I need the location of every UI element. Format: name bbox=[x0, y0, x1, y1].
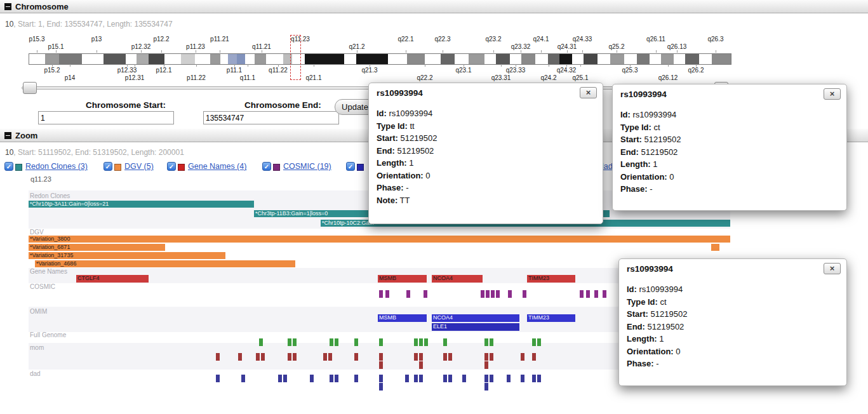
track-feature[interactable] bbox=[521, 353, 524, 361]
track-feature[interactable]: NCOA4 bbox=[432, 275, 483, 283]
track-feature[interactable] bbox=[419, 361, 423, 369]
track-feature[interactable] bbox=[532, 375, 536, 382]
track-feature[interactable] bbox=[419, 353, 423, 361]
track-feature[interactable] bbox=[293, 353, 297, 361]
track-feature[interactable]: ELE1 bbox=[432, 323, 519, 331]
track-checkbox[interactable]: ✓ bbox=[262, 162, 271, 171]
track-feature[interactable] bbox=[484, 338, 488, 346]
track-feature[interactable]: *Variation_6871 bbox=[29, 244, 165, 251]
track-feature[interactable] bbox=[448, 353, 452, 361]
track-feature[interactable]: CTGLF4 bbox=[76, 275, 149, 283]
track-checkbox[interactable]: ✓ bbox=[167, 162, 176, 171]
track-feature[interactable] bbox=[537, 338, 541, 346]
track-feature[interactable]: MSMB bbox=[378, 314, 427, 322]
chromosome-ideogram[interactable] bbox=[29, 53, 731, 65]
track-feature[interactable] bbox=[448, 375, 452, 382]
chromosome-panel-header[interactable]: Chromosome bbox=[0, 0, 868, 13]
track-feature[interactable] bbox=[508, 290, 512, 298]
track-feature[interactable] bbox=[586, 290, 590, 298]
track-feature[interactable] bbox=[216, 353, 220, 361]
track-feature[interactable] bbox=[414, 375, 418, 382]
track-link[interactable]: Gene Names (4) bbox=[188, 162, 246, 171]
track-feature[interactable] bbox=[379, 361, 383, 369]
track-feature[interactable] bbox=[496, 290, 500, 298]
partial-track-link[interactable]: lad bbox=[602, 162, 613, 171]
track-feature[interactable] bbox=[335, 338, 338, 346]
track-feature[interactable] bbox=[443, 353, 447, 361]
track-checkbox[interactable]: ✓ bbox=[346, 162, 355, 171]
track-feature[interactable] bbox=[414, 353, 418, 361]
track-feature[interactable] bbox=[379, 338, 383, 346]
track-feature[interactable] bbox=[486, 290, 490, 298]
track-feature[interactable] bbox=[241, 375, 245, 382]
close-button[interactable]: × bbox=[824, 88, 841, 100]
track-feature[interactable] bbox=[419, 375, 423, 382]
track-feature[interactable] bbox=[532, 353, 536, 361]
track-feature[interactable] bbox=[335, 375, 338, 382]
chromosome-end-input[interactable] bbox=[203, 111, 339, 124]
track-feature[interactable] bbox=[238, 353, 242, 361]
track-feature[interactable] bbox=[354, 338, 358, 346]
close-button[interactable]: × bbox=[580, 87, 597, 98]
track-feature[interactable] bbox=[490, 353, 493, 361]
track-feature[interactable] bbox=[491, 290, 495, 298]
track-feature[interactable] bbox=[521, 375, 524, 382]
track-feature[interactable] bbox=[484, 353, 488, 361]
slider-handle-left[interactable] bbox=[23, 82, 37, 94]
track-feature[interactable] bbox=[580, 290, 584, 298]
track-feature[interactable] bbox=[523, 290, 526, 298]
track-checkbox[interactable]: ✓ bbox=[103, 162, 112, 171]
track-feature[interactable]: MSMB bbox=[378, 275, 427, 283]
track-feature[interactable] bbox=[379, 353, 383, 361]
track-link[interactable]: COSMIC (19) bbox=[283, 162, 331, 171]
track-feature[interactable]: TIMM23 bbox=[527, 314, 575, 322]
track-feature[interactable]: *Variation_31735 bbox=[29, 252, 225, 259]
track-feature[interactable] bbox=[216, 375, 220, 382]
track-feature[interactable] bbox=[323, 353, 327, 361]
track-feature[interactable] bbox=[288, 338, 291, 346]
chromosome-start-input[interactable] bbox=[38, 111, 174, 124]
track-feature[interactable] bbox=[330, 338, 333, 346]
track-feature[interactable] bbox=[443, 338, 447, 346]
track-feature[interactable] bbox=[711, 244, 719, 251]
track-feature[interactable] bbox=[594, 290, 598, 298]
track-feature[interactable] bbox=[484, 375, 488, 382]
track-feature[interactable] bbox=[603, 290, 606, 298]
track-feature[interactable] bbox=[310, 375, 314, 382]
track-feature[interactable] bbox=[283, 375, 287, 382]
track-feature[interactable] bbox=[379, 290, 383, 298]
track-checkbox[interactable]: ✓ bbox=[4, 162, 13, 171]
track-feature[interactable] bbox=[481, 290, 484, 298]
track-feature[interactable] bbox=[414, 338, 418, 346]
track-feature[interactable] bbox=[490, 375, 493, 382]
track-feature[interactable] bbox=[261, 353, 265, 361]
track-feature[interactable] bbox=[537, 375, 541, 382]
track-feature[interactable] bbox=[256, 353, 260, 361]
collapse-icon[interactable] bbox=[4, 3, 11, 10]
track-feature[interactable] bbox=[406, 290, 410, 298]
track-feature[interactable] bbox=[462, 375, 466, 382]
track-feature[interactable]: TIMM23 bbox=[527, 275, 575, 283]
track-feature[interactable] bbox=[259, 338, 263, 346]
track-feature[interactable] bbox=[424, 338, 428, 346]
track-feature[interactable]: NCOA4 bbox=[432, 314, 519, 322]
collapse-icon[interactable] bbox=[4, 132, 11, 139]
track-feature[interactable]: *Variation_3800 bbox=[29, 236, 730, 243]
track-feature[interactable] bbox=[507, 375, 511, 382]
track-feature[interactable] bbox=[379, 383, 383, 391]
track-feature[interactable] bbox=[379, 375, 383, 382]
track-feature[interactable]: *Chr10tp-3A11:Gain=0|loss=21 bbox=[29, 201, 254, 208]
close-button[interactable]: × bbox=[824, 263, 841, 274]
track-feature[interactable] bbox=[484, 361, 488, 369]
track-feature[interactable] bbox=[328, 353, 332, 361]
track-feature[interactable] bbox=[532, 338, 536, 346]
track-feature[interactable]: *Variation_4686 bbox=[35, 260, 295, 267]
track-feature[interactable] bbox=[330, 375, 333, 382]
track-feature[interactable] bbox=[278, 375, 282, 382]
track-feature[interactable] bbox=[424, 290, 427, 298]
track-link[interactable]: DGV (5) bbox=[124, 162, 154, 171]
track-feature[interactable] bbox=[419, 338, 423, 346]
track-link[interactable]: Redon Clones (3) bbox=[25, 162, 88, 171]
track-feature[interactable] bbox=[288, 353, 291, 361]
track-feature[interactable] bbox=[490, 338, 493, 346]
